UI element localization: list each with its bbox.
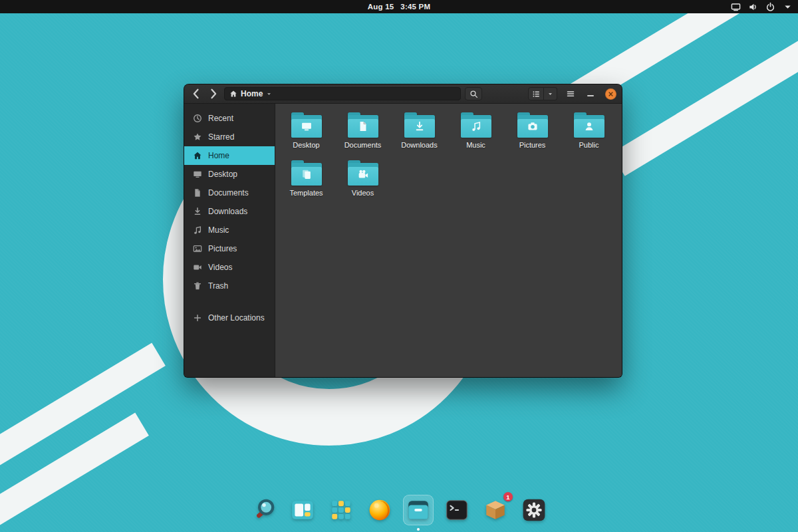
window-header: Home [184,84,622,104]
software-icon [483,497,508,523]
download-icon [193,207,202,216]
file-label: Documents [334,141,391,149]
dock-panel-app[interactable] [287,495,318,525]
folder-icon [291,160,322,186]
sidebar-item-downloads[interactable]: Downloads [184,202,275,221]
sidebar-item-trash[interactable]: Trash [184,277,275,295]
folder-icon [348,160,378,186]
sidebar-item-label: Downloads [208,207,247,216]
download-icon [414,121,425,132]
sidebar-item-label: Trash [208,281,228,291]
file-item-public[interactable]: Public [561,112,617,160]
sidebar-item-label: Desktop [208,170,237,179]
view-mode-button[interactable] [528,87,544,100]
close-button[interactable] [605,88,616,100]
sidebar-item-label: Pictures [208,244,237,253]
file-label: Downloads [391,141,448,149]
dock-settings[interactable] [519,495,549,525]
display-cast-icon[interactable] [731,2,741,12]
dock: 1 [249,495,549,525]
sidebar-item-home[interactable]: Home [184,146,275,165]
file-label: Videos [334,189,391,197]
dock-terminal[interactable] [442,495,472,525]
sidebar-item-pictures[interactable]: Pictures [184,239,275,258]
menu-button[interactable] [564,87,577,100]
finder-icon [251,497,277,523]
forward-button[interactable] [207,87,220,100]
caret-down-icon [266,91,272,97]
folder-icon [461,112,491,138]
file-item-music[interactable]: Music [448,112,504,160]
file-label: Music [448,141,504,149]
minimize-button[interactable] [584,87,597,100]
top-panel: Aug 15 3:45 PM [0,0,798,13]
files-icon [406,497,431,523]
file-area: DesktopDocumentsDownloadsMusicPicturesPu… [275,104,622,377]
close-icon [607,90,614,98]
dock-app-grid[interactable] [326,495,356,525]
file-item-pictures[interactable]: Pictures [504,112,561,160]
file-item-videos[interactable]: Videos [334,160,391,208]
camera-icon [527,121,538,132]
music-icon [470,121,481,132]
file-item-downloads[interactable]: Downloads [391,112,448,160]
file-item-desktop[interactable]: Desktop [278,112,334,160]
sidebar-item-other-locations[interactable]: Other Locations [184,309,275,327]
view-switcher [528,87,557,100]
sidebar-item-label: Videos [208,263,232,272]
hamburger-menu-icon [566,89,575,98]
file-item-templates[interactable]: Templates [278,160,334,208]
clock[interactable]: Aug 15 3:45 PM [368,3,430,11]
file-manager-window: Home [184,84,622,377]
monitor-icon [301,121,312,132]
location-crumb[interactable]: Home [225,88,277,100]
sidebar-item-music[interactable]: Music [184,221,275,239]
file-label: Desktop [278,141,334,149]
copy-icon [301,169,312,180]
file-label: Templates [278,189,334,197]
dock-app-search[interactable] [249,495,279,525]
sidebar-item-videos[interactable]: Videos [184,258,275,277]
settings-icon [521,497,547,523]
power-icon[interactable] [765,2,775,12]
desktop-screen: Aug 15 3:45 PM Home [0,0,798,532]
notification-badge: 1 [503,492,513,501]
chevron-left-icon [190,87,203,100]
sidebar-item-label: Music [208,225,229,235]
sidebar-item-recent[interactable]: Recent [184,109,275,128]
sidebar-item-starred[interactable]: Starred [184,128,275,146]
volume-icon[interactable] [748,2,758,12]
file-item-documents[interactable]: Documents [334,112,391,160]
active-indicator [417,528,420,531]
file-label: Public [561,141,617,149]
dock-file-manager[interactable] [403,495,434,525]
plus-icon [193,313,202,323]
path-bar[interactable]: Home [224,87,461,100]
caret-down-icon[interactable] [783,2,793,12]
sidebar-item-label: Recent [208,114,233,123]
dock-software-store[interactable]: 1 [480,495,511,525]
sidebar-item-desktop[interactable]: Desktop [184,165,275,184]
clock-icon [193,114,202,123]
sidebar-item-label: Starred [208,132,234,142]
view-options-button[interactable] [544,87,557,100]
folder-icon [574,112,604,138]
trash-icon [193,281,202,291]
terminal-icon [444,497,469,523]
back-button[interactable] [190,87,203,100]
monitor-icon [193,170,202,179]
image-icon [193,244,202,253]
dock-firefox[interactable] [364,495,395,525]
sidebar-item-documents[interactable]: Documents [184,184,275,202]
folder-icon [404,112,435,138]
clock-date: Aug 15 [368,3,394,11]
sidebar-item-label: Documents [208,188,249,198]
grid-icon [329,497,354,523]
search-button[interactable] [465,87,482,100]
search-icon [469,90,478,98]
window-body: RecentStarredHomeDesktopDocumentsDownloa… [184,104,622,377]
folder-icon [348,112,378,138]
file-grid: DesktopDocumentsDownloadsMusicPicturesPu… [275,104,622,208]
chevron-right-icon [207,87,220,100]
folder-icon [517,112,548,138]
